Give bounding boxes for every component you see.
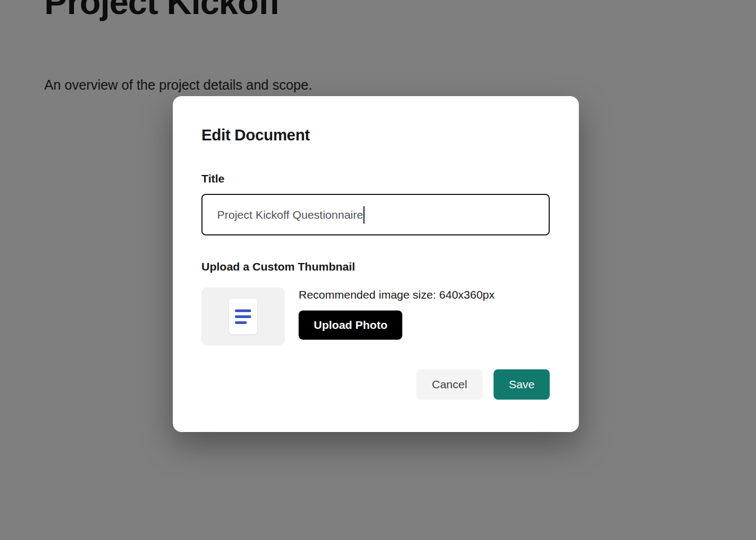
- text-cursor: [363, 206, 364, 224]
- title-input-value: Project Kickoff Questionnaire: [217, 208, 363, 221]
- thumbnail-section-label: Upload a Custom Thumbnail: [201, 260, 550, 273]
- thumbnail-info: Recommended image size: 640x360px Upload…: [299, 287, 495, 340]
- upload-photo-button[interactable]: Upload Photo: [299, 310, 402, 340]
- save-button[interactable]: Save: [494, 369, 550, 400]
- document-icon-lines: [235, 309, 251, 324]
- recommended-size-hint: Recommended image size: 640x360px: [299, 288, 495, 301]
- edit-document-modal: Edit Document Title Project Kickoff Ques…: [173, 96, 579, 432]
- modal-title: Edit Document: [201, 126, 550, 144]
- modal-footer: Cancel Save: [201, 369, 550, 400]
- cancel-button[interactable]: Cancel: [416, 369, 483, 400]
- title-input[interactable]: Project Kickoff Questionnaire: [201, 194, 550, 235]
- thumbnail-row: Recommended image size: 640x360px Upload…: [201, 287, 550, 346]
- title-field-label: Title: [201, 172, 550, 185]
- thumbnail-preview: [201, 287, 285, 346]
- document-lines-icon: [229, 299, 257, 334]
